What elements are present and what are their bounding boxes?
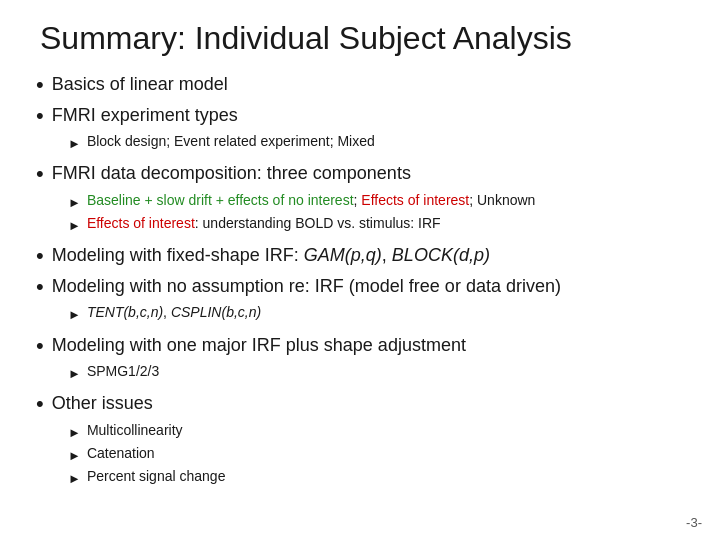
sub-arrow-decomp-2: ► [68,216,81,236]
sub-text-decomp-1: Baseline + slow drift + effects of no in… [87,191,536,211]
bullet-modeling-fixed: • Modeling with fixed-shape IRF: GAM(p,q… [36,242,684,271]
subbullets-modeling-one-major: ► SPMG1/2/3 [68,362,684,384]
subbullets-other-issues: ► Multicollinearity ► Catenation ► Perce… [68,421,684,489]
sub-text-decomp-2: Effects of interest: understanding BOLD … [87,214,441,234]
bullet-dot-basics: • [36,71,44,100]
sub-arrow-decomp-1: ► [68,193,81,213]
sub-bullet-catenation: ► Catenation [68,444,684,466]
bullet-text-modeling-no-assumption: Modeling with no assumption re: IRF (mod… [52,273,561,299]
code-gam-block: GAM(p,q) [304,245,382,265]
sub-bullet-decomp-2: ► Effects of interest: understanding BOL… [68,214,684,236]
text-unknown: ; Unknown [469,192,535,208]
sub-text-multicollinearity: Multicollinearity [87,421,183,441]
bullet-fmri-decomp: • FMRI data decomposition: three compone… [36,160,684,189]
slide-title: Summary: Individual Subject Analysis [40,20,684,57]
text-effects-interest: Effects of interest [361,192,469,208]
bullet-other-issues: • Other issues [36,390,684,419]
subbullets-modeling-no-assumption: ► TENT(b,c,n), CSPLIN(b,c,n) [68,303,684,325]
sub-bullet-decomp-1: ► Baseline + slow drift + effects of no … [68,191,684,213]
bullet-text-modeling-one-major: Modeling with one major IRF plus shape a… [52,332,466,358]
sub-bullet-block-design: ► Block design; Event related experiment… [68,132,684,154]
sub-bullet-tent: ► TENT(b,c,n), CSPLIN(b,c,n) [68,303,684,325]
sub-arrow-tent: ► [68,305,81,325]
subbullets-fmri-types: ► Block design; Event related experiment… [68,132,684,154]
bullet-dot-other-issues: • [36,390,44,419]
code-tent: TENT(b,c,n) [87,304,163,320]
bullet-text-fmri-types: FMRI experiment types [52,102,238,128]
sub-arrow-spmg: ► [68,364,81,384]
bullet-fmri-types: • FMRI experiment types [36,102,684,131]
bullet-dot-modeling-one-major: • [36,332,44,361]
text-baseline: Baseline + slow drift + effects of no in… [87,192,354,208]
bullet-dot-fmri-types: • [36,102,44,131]
sub-bullet-multicollinearity: ► Multicollinearity [68,421,684,443]
bullet-dot-modeling-no-assumption: • [36,273,44,302]
bullet-modeling-no-assumption: • Modeling with no assumption re: IRF (m… [36,273,684,302]
text-effects-interest-2: Effects of interest [87,215,195,231]
slide: Summary: Individual Subject Analysis • B… [0,0,720,540]
content-area: • Basics of linear model • FMRI experime… [36,71,684,489]
sub-text-spmg: SPMG1/2/3 [87,362,159,382]
bullet-basics: • Basics of linear model [36,71,684,100]
bullet-text-other-issues: Other issues [52,390,153,416]
page-number: -3- [686,515,702,530]
subbullets-fmri-decomp: ► Baseline + slow drift + effects of no … [68,191,684,236]
sub-bullet-spmg: ► SPMG1/2/3 [68,362,684,384]
text-bold-vs: : understanding BOLD vs. stimulus: IRF [195,215,441,231]
sub-text-catenation: Catenation [87,444,155,464]
bullet-text-basics: Basics of linear model [52,71,228,97]
sub-text-block-design: Block design; Event related experiment; … [87,132,375,152]
sub-arrow-multicollinearity: ► [68,423,81,443]
sub-text-percent-signal: Percent signal change [87,467,226,487]
sub-arrow-catenation: ► [68,446,81,466]
sub-arrow-icon: ► [68,134,81,154]
code-csplin: CSPLIN(b,c,n) [171,304,261,320]
bullet-text-modeling-fixed: Modeling with fixed-shape IRF: GAM(p,q),… [52,242,490,268]
bullet-dot-modeling-fixed: • [36,242,44,271]
sub-text-tent: TENT(b,c,n), CSPLIN(b,c,n) [87,303,261,323]
sub-arrow-percent-signal: ► [68,469,81,489]
sub-bullet-percent-signal: ► Percent signal change [68,467,684,489]
bullet-text-fmri-decomp: FMRI data decomposition: three component… [52,160,411,186]
bullet-dot-fmri-decomp: • [36,160,44,189]
code-block: BLOCK(d,p) [392,245,490,265]
bullet-modeling-one-major: • Modeling with one major IRF plus shape… [36,332,684,361]
